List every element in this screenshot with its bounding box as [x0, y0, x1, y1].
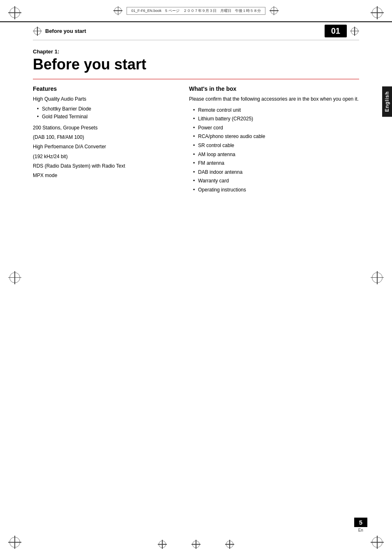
page: 01_F-F6_EN.book 5 ページ ２００７年９月３日 月曜日 午後１時…: [0, 0, 392, 555]
list-item: FM antenna: [193, 159, 359, 168]
language-tab: English: [382, 86, 392, 117]
features-intro: High Quality Audio Parts: [33, 95, 173, 103]
crosshair-bottom-center-right: [225, 540, 234, 549]
list-item: SR control cable: [193, 141, 359, 150]
content-area: Features High Quality Audio Parts Schott…: [0, 85, 392, 195]
feature-line-2: (DAB 100, FM/AM 100): [33, 134, 173, 141]
list-item: Remote control unit: [193, 106, 359, 115]
print-marks-bottom-center: [158, 540, 234, 549]
header-band: Before you start 01: [0, 21, 392, 40]
print-mark-bottom-right: [371, 536, 384, 549]
file-info-area: 01_F-F6_EN.book 5 ページ ２００７年９月３日 月曜日 午後１時…: [113, 6, 278, 15]
section-divider: [33, 79, 359, 79]
list-item: DAB indoor antenna: [193, 168, 359, 177]
features-section: Features High Quality Audio Parts Schott…: [33, 85, 173, 195]
features-heading: Features: [33, 85, 173, 92]
chapter-area: Chapter 1: Before you start: [0, 40, 392, 73]
crosshair-header-left: [33, 27, 42, 36]
print-marks-top: 01_F-F6_EN.book 5 ページ ２００７年９月３日 月曜日 午後１時…: [0, 0, 392, 21]
list-item: Gold Plated Terminal: [37, 113, 173, 121]
whats-heading: What's in the box: [189, 85, 359, 92]
header-title: Before you start: [45, 28, 86, 34]
list-item: Operating instructions: [193, 186, 359, 195]
print-marks-bottom: [0, 536, 392, 549]
print-mark-top-right: [371, 6, 384, 19]
list-item: Lithium battery (CR2025): [193, 115, 359, 124]
chapter-title: Before you start: [33, 56, 359, 73]
crosshair-top-center-right: [270, 6, 279, 15]
chapter-label: Chapter 1:: [33, 48, 359, 55]
list-item: Schottky Barrier Diode: [37, 105, 173, 113]
list-item: Warranty card: [193, 177, 359, 186]
header-chapter-number: 01: [325, 25, 347, 37]
whats-intro: Please confirm that the following access…: [189, 95, 359, 103]
list-item: AM loop antenna: [193, 150, 359, 159]
file-info-box: 01_F-F6_EN.book 5 ページ ２００７年９月３日 月曜日 午後１時…: [127, 7, 265, 15]
box-items-list: Remote control unit Lithium battery (CR2…: [193, 106, 359, 195]
side-crosshair-left: [8, 271, 21, 284]
feature-line-6: MPX mode: [33, 172, 173, 180]
feature-line-5: RDS (Radio Data System) with Radio Text: [33, 162, 173, 170]
features-bullet-list: Schottky Barrier Diode Gold Plated Termi…: [37, 105, 173, 121]
side-crosshair-right: [371, 271, 384, 284]
feature-line-3: High Perfoemance D/A Converter: [33, 143, 173, 151]
print-mark-top-left: [8, 6, 21, 19]
list-item: Power cord: [193, 124, 359, 133]
page-en-label: En: [358, 528, 363, 532]
page-number-area: 5 En: [354, 518, 367, 532]
list-item: RCA/phono stereo audio cable: [193, 132, 359, 141]
feature-line-4: (192 kHz/24 bit): [33, 153, 173, 161]
crosshair-bottom-center-left: [158, 540, 167, 549]
crosshair-header-right: [350, 27, 359, 36]
feature-line-1: 200 Stations, Groupe Presets: [33, 124, 173, 132]
crosshair-bottom-center: [191, 540, 201, 549]
crosshair-top-center-left: [113, 6, 122, 15]
whats-in-box-section: What's in the box Please confirm that th…: [189, 85, 359, 195]
page-number: 5: [354, 518, 367, 527]
print-mark-bottom-left: [8, 536, 21, 549]
